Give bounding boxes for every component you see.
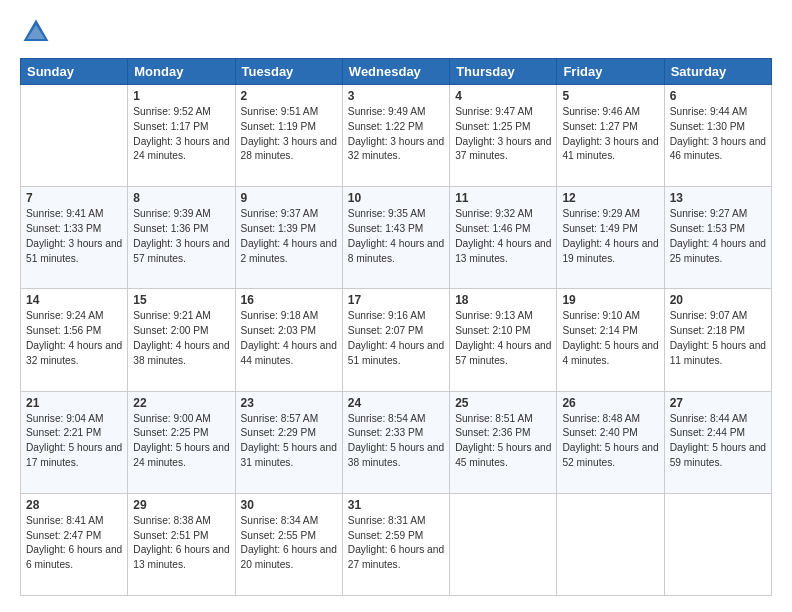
day-number: 2	[241, 89, 337, 103]
calendar-cell: 31Sunrise: 8:31 AMSunset: 2:59 PMDayligh…	[342, 493, 449, 595]
logo-icon	[20, 16, 52, 48]
day-info: Sunrise: 9:44 AMSunset: 1:30 PMDaylight:…	[670, 105, 766, 164]
calendar-cell: 15Sunrise: 9:21 AMSunset: 2:00 PMDayligh…	[128, 289, 235, 391]
day-number: 12	[562, 191, 658, 205]
day-number: 6	[670, 89, 766, 103]
logo	[20, 16, 56, 48]
week-row-1: 1Sunrise: 9:52 AMSunset: 1:17 PMDaylight…	[21, 85, 772, 187]
day-info: Sunrise: 8:54 AMSunset: 2:33 PMDaylight:…	[348, 412, 444, 471]
day-info: Sunrise: 9:37 AMSunset: 1:39 PMDaylight:…	[241, 207, 337, 266]
calendar-cell: 21Sunrise: 9:04 AMSunset: 2:21 PMDayligh…	[21, 391, 128, 493]
calendar-cell: 6Sunrise: 9:44 AMSunset: 1:30 PMDaylight…	[664, 85, 771, 187]
calendar-cell: 30Sunrise: 8:34 AMSunset: 2:55 PMDayligh…	[235, 493, 342, 595]
day-info: Sunrise: 9:24 AMSunset: 1:56 PMDaylight:…	[26, 309, 122, 368]
day-number: 15	[133, 293, 229, 307]
day-number: 10	[348, 191, 444, 205]
calendar-cell: 22Sunrise: 9:00 AMSunset: 2:25 PMDayligh…	[128, 391, 235, 493]
day-number: 9	[241, 191, 337, 205]
day-info: Sunrise: 8:31 AMSunset: 2:59 PMDaylight:…	[348, 514, 444, 573]
day-info: Sunrise: 9:21 AMSunset: 2:00 PMDaylight:…	[133, 309, 229, 368]
calendar-cell	[21, 85, 128, 187]
day-number: 8	[133, 191, 229, 205]
calendar-cell: 28Sunrise: 8:41 AMSunset: 2:47 PMDayligh…	[21, 493, 128, 595]
calendar-cell: 3Sunrise: 9:49 AMSunset: 1:22 PMDaylight…	[342, 85, 449, 187]
day-number: 11	[455, 191, 551, 205]
weekday-header-wednesday: Wednesday	[342, 59, 449, 85]
day-info: Sunrise: 9:00 AMSunset: 2:25 PMDaylight:…	[133, 412, 229, 471]
day-info: Sunrise: 9:32 AMSunset: 1:46 PMDaylight:…	[455, 207, 551, 266]
calendar-cell: 2Sunrise: 9:51 AMSunset: 1:19 PMDaylight…	[235, 85, 342, 187]
day-number: 30	[241, 498, 337, 512]
week-row-3: 14Sunrise: 9:24 AMSunset: 1:56 PMDayligh…	[21, 289, 772, 391]
day-info: Sunrise: 9:18 AMSunset: 2:03 PMDaylight:…	[241, 309, 337, 368]
day-number: 20	[670, 293, 766, 307]
calendar-cell	[664, 493, 771, 595]
calendar-cell: 27Sunrise: 8:44 AMSunset: 2:44 PMDayligh…	[664, 391, 771, 493]
calendar-cell	[557, 493, 664, 595]
day-number: 5	[562, 89, 658, 103]
day-number: 28	[26, 498, 122, 512]
day-number: 18	[455, 293, 551, 307]
header	[20, 16, 772, 48]
calendar-cell: 13Sunrise: 9:27 AMSunset: 1:53 PMDayligh…	[664, 187, 771, 289]
calendar-cell: 20Sunrise: 9:07 AMSunset: 2:18 PMDayligh…	[664, 289, 771, 391]
week-row-2: 7Sunrise: 9:41 AMSunset: 1:33 PMDaylight…	[21, 187, 772, 289]
day-info: Sunrise: 9:16 AMSunset: 2:07 PMDaylight:…	[348, 309, 444, 368]
day-info: Sunrise: 8:51 AMSunset: 2:36 PMDaylight:…	[455, 412, 551, 471]
day-number: 21	[26, 396, 122, 410]
day-number: 4	[455, 89, 551, 103]
week-row-5: 28Sunrise: 8:41 AMSunset: 2:47 PMDayligh…	[21, 493, 772, 595]
day-info: Sunrise: 8:57 AMSunset: 2:29 PMDaylight:…	[241, 412, 337, 471]
calendar-cell	[450, 493, 557, 595]
day-number: 29	[133, 498, 229, 512]
day-number: 17	[348, 293, 444, 307]
day-info: Sunrise: 8:34 AMSunset: 2:55 PMDaylight:…	[241, 514, 337, 573]
calendar-cell: 8Sunrise: 9:39 AMSunset: 1:36 PMDaylight…	[128, 187, 235, 289]
day-number: 19	[562, 293, 658, 307]
day-info: Sunrise: 9:35 AMSunset: 1:43 PMDaylight:…	[348, 207, 444, 266]
day-info: Sunrise: 9:07 AMSunset: 2:18 PMDaylight:…	[670, 309, 766, 368]
day-number: 23	[241, 396, 337, 410]
day-info: Sunrise: 8:38 AMSunset: 2:51 PMDaylight:…	[133, 514, 229, 573]
calendar-cell: 1Sunrise: 9:52 AMSunset: 1:17 PMDaylight…	[128, 85, 235, 187]
calendar-cell: 14Sunrise: 9:24 AMSunset: 1:56 PMDayligh…	[21, 289, 128, 391]
day-info: Sunrise: 9:52 AMSunset: 1:17 PMDaylight:…	[133, 105, 229, 164]
calendar-table: SundayMondayTuesdayWednesdayThursdayFrid…	[20, 58, 772, 596]
day-info: Sunrise: 8:48 AMSunset: 2:40 PMDaylight:…	[562, 412, 658, 471]
day-number: 26	[562, 396, 658, 410]
calendar-cell: 23Sunrise: 8:57 AMSunset: 2:29 PMDayligh…	[235, 391, 342, 493]
calendar-cell: 18Sunrise: 9:13 AMSunset: 2:10 PMDayligh…	[450, 289, 557, 391]
weekday-header-friday: Friday	[557, 59, 664, 85]
calendar-cell: 12Sunrise: 9:29 AMSunset: 1:49 PMDayligh…	[557, 187, 664, 289]
weekday-header-row: SundayMondayTuesdayWednesdayThursdayFrid…	[21, 59, 772, 85]
day-info: Sunrise: 9:29 AMSunset: 1:49 PMDaylight:…	[562, 207, 658, 266]
calendar-cell: 17Sunrise: 9:16 AMSunset: 2:07 PMDayligh…	[342, 289, 449, 391]
day-info: Sunrise: 8:44 AMSunset: 2:44 PMDaylight:…	[670, 412, 766, 471]
day-info: Sunrise: 9:47 AMSunset: 1:25 PMDaylight:…	[455, 105, 551, 164]
calendar-cell: 10Sunrise: 9:35 AMSunset: 1:43 PMDayligh…	[342, 187, 449, 289]
weekday-header-sunday: Sunday	[21, 59, 128, 85]
day-number: 7	[26, 191, 122, 205]
day-number: 14	[26, 293, 122, 307]
calendar-cell: 4Sunrise: 9:47 AMSunset: 1:25 PMDaylight…	[450, 85, 557, 187]
day-number: 25	[455, 396, 551, 410]
weekday-header-thursday: Thursday	[450, 59, 557, 85]
calendar-cell: 19Sunrise: 9:10 AMSunset: 2:14 PMDayligh…	[557, 289, 664, 391]
calendar-cell: 11Sunrise: 9:32 AMSunset: 1:46 PMDayligh…	[450, 187, 557, 289]
calendar-cell: 24Sunrise: 8:54 AMSunset: 2:33 PMDayligh…	[342, 391, 449, 493]
day-number: 22	[133, 396, 229, 410]
day-info: Sunrise: 9:49 AMSunset: 1:22 PMDaylight:…	[348, 105, 444, 164]
day-number: 13	[670, 191, 766, 205]
calendar-cell: 5Sunrise: 9:46 AMSunset: 1:27 PMDaylight…	[557, 85, 664, 187]
day-number: 27	[670, 396, 766, 410]
day-info: Sunrise: 9:10 AMSunset: 2:14 PMDaylight:…	[562, 309, 658, 368]
day-info: Sunrise: 9:39 AMSunset: 1:36 PMDaylight:…	[133, 207, 229, 266]
weekday-header-saturday: Saturday	[664, 59, 771, 85]
calendar-cell: 7Sunrise: 9:41 AMSunset: 1:33 PMDaylight…	[21, 187, 128, 289]
day-info: Sunrise: 9:27 AMSunset: 1:53 PMDaylight:…	[670, 207, 766, 266]
day-number: 31	[348, 498, 444, 512]
day-info: Sunrise: 9:46 AMSunset: 1:27 PMDaylight:…	[562, 105, 658, 164]
day-info: Sunrise: 8:41 AMSunset: 2:47 PMDaylight:…	[26, 514, 122, 573]
day-info: Sunrise: 9:13 AMSunset: 2:10 PMDaylight:…	[455, 309, 551, 368]
day-info: Sunrise: 9:04 AMSunset: 2:21 PMDaylight:…	[26, 412, 122, 471]
